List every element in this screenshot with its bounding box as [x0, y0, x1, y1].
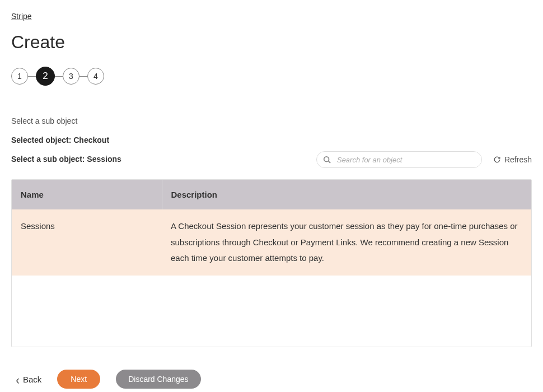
stepper: 1 2 3 4 — [11, 67, 532, 86]
svg-line-1 — [329, 161, 331, 164]
step-connector — [79, 76, 87, 77]
object-table: Name Description Sessions A Checkout Ses… — [11, 179, 532, 347]
footer-actions: Back Next Discard Changes — [11, 370, 532, 389]
cell-description: A Checkout Session represents your custo… — [162, 209, 531, 276]
step-connector — [28, 76, 36, 77]
back-label: Back — [23, 375, 41, 384]
step-4[interactable]: 4 — [87, 68, 104, 85]
selected-object-line: Selected object: Checkout — [11, 136, 532, 144]
back-button[interactable]: Back — [16, 375, 41, 384]
search-wrap — [316, 151, 482, 168]
col-header-name: Name — [12, 180, 162, 209]
step-2[interactable]: 2 — [36, 67, 55, 86]
step-1[interactable]: 1 — [11, 68, 28, 85]
step-3[interactable]: 3 — [63, 68, 79, 85]
step-connector — [55, 76, 63, 77]
cell-name: Sessions — [12, 209, 162, 276]
next-button[interactable]: Next — [57, 370, 100, 389]
page-title: Create — [11, 32, 532, 53]
breadcrumb-link[interactable]: Stripe — [11, 12, 32, 21]
refresh-button[interactable]: Refresh — [493, 155, 532, 164]
discard-button[interactable]: Discard Changes — [116, 370, 200, 389]
instruction-select-sub: Select a sub object — [11, 116, 532, 125]
search-icon — [323, 156, 331, 164]
table-row[interactable]: Sessions A Checkout Session represents y… — [12, 209, 531, 276]
table-header-row: Name Description — [12, 180, 531, 209]
svg-point-0 — [324, 157, 329, 162]
chevron-left-icon — [16, 376, 20, 382]
refresh-label: Refresh — [504, 155, 532, 164]
search-input[interactable] — [316, 151, 482, 168]
refresh-icon — [493, 156, 501, 164]
col-header-description: Description — [162, 180, 531, 209]
